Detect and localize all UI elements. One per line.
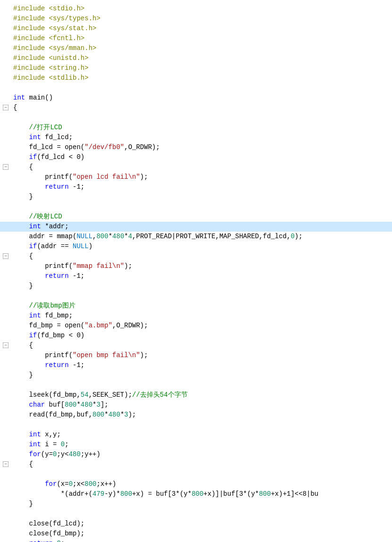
code-line: close(fd_bmp);: [0, 529, 392, 539]
token-plain: printf(: [45, 350, 73, 360]
token-plain: *(addr+(: [61, 489, 92, 499]
code-line: #include <sys/types.h>: [0, 14, 392, 24]
fold-icon[interactable]: −: [3, 253, 8, 259]
token-num: 480: [81, 400, 92, 410]
token-plain: ,: [92, 232, 96, 242]
code-line: −{: [0, 103, 392, 113]
token-plain: }: [29, 499, 33, 509]
token-kw: char: [29, 400, 45, 410]
code-line: if(fd_bmp < 0): [0, 331, 392, 341]
token-plain: -y)*: [104, 489, 120, 499]
token-plain: (x=: [57, 479, 68, 489]
token-macro: NULL: [76, 232, 92, 242]
token-plain: ;: [61, 539, 65, 542]
indent: [13, 321, 29, 331]
token-num: 800: [96, 232, 108, 242]
indent: [13, 172, 45, 182]
code-line: int x,y;: [0, 430, 392, 440]
code-line: lseek(fd_bmp,54,SEEK_SET);//去掉头54个字节: [0, 390, 392, 400]
code-line: int i = 0;: [0, 440, 392, 450]
token-num: 480: [69, 450, 81, 459]
fold-icon[interactable]: −: [3, 164, 8, 170]
code-line: − {: [0, 251, 392, 261]
token-kw: int: [29, 430, 41, 440]
token-plain: +x) = buf[3*(y*: [132, 489, 192, 499]
empty-line: [0, 380, 392, 390]
token-num: 3: [124, 410, 128, 420]
empty-line: [0, 113, 392, 123]
fold-icon[interactable]: −: [3, 342, 8, 348]
code-line: read(fd_bmp,buf,800*480*3);: [0, 410, 392, 420]
token-kw: int: [29, 440, 41, 450]
token-pp: #include <sys/mman.h>: [13, 43, 96, 53]
code-line: int fd_bmp;: [0, 311, 392, 321]
code-line: }: [0, 281, 392, 291]
code-line: }: [0, 499, 392, 509]
indent: [13, 331, 29, 341]
code-line: if(addr == NULL): [0, 242, 392, 251]
token-str: "open lcd fail\n": [73, 172, 140, 182]
token-plain: main(): [25, 93, 53, 103]
code-line: char buf[800*480*3];: [0, 400, 392, 410]
token-pp: #include <sys/types.h>: [13, 14, 100, 24]
token-pp: #include <stdio.h>: [13, 4, 84, 14]
token-num: 480: [108, 410, 120, 420]
code-editor: #include <stdio.h>#include <sys/types.h>…: [0, 0, 392, 542]
code-line: fd_lcd = open("/dev/fb0",O_RDWR);: [0, 142, 392, 152]
token-pp: #include <sys/stat.h>: [13, 24, 96, 33]
token-kw: int: [29, 133, 41, 142]
token-plain: ,SEEK_SET);: [89, 390, 132, 400]
code-line: printf("mmap fail\n");: [0, 261, 392, 271]
token-plain: {: [29, 162, 33, 172]
token-plain: *: [104, 410, 108, 420]
token-plain: ): [89, 242, 92, 251]
code-line: printf("open bmp fail\n");: [0, 350, 392, 360]
token-kw: int: [29, 311, 41, 321]
token-plain: +x)]|buf[3*(y*: [203, 489, 259, 499]
token-plain: (fd_lcd < 0): [37, 152, 84, 162]
token-plain: );: [128, 410, 136, 420]
indent: [13, 222, 29, 232]
empty-line: [0, 202, 392, 212]
indent: [13, 410, 29, 420]
fold-icon[interactable]: −: [3, 461, 8, 467]
token-str: "/dev/fb0": [84, 142, 124, 152]
indent: [13, 450, 29, 459]
token-plain: buf[: [45, 400, 65, 410]
indent: [13, 489, 61, 499]
indent: [13, 341, 29, 350]
code-line: //映射LCD: [0, 212, 392, 222]
token-plain: -1;: [69, 360, 85, 370]
indent: [13, 440, 29, 450]
indent: [13, 251, 29, 261]
token-plain: ,O_RDWR);: [124, 142, 160, 152]
token-num: 3: [96, 400, 100, 410]
indent: [13, 242, 29, 251]
token-plain: (addr ==: [37, 242, 73, 251]
token-plain: );: [140, 172, 148, 182]
token-num: 800: [120, 489, 132, 499]
code-line: }: [0, 192, 392, 202]
indent: [13, 162, 29, 172]
indent: [13, 301, 29, 311]
indent: [13, 192, 29, 202]
token-num: 480: [112, 232, 124, 242]
token-num: 479: [92, 489, 104, 499]
code-line: return -1;: [0, 360, 392, 370]
token-plain: fd_bmp = open(: [29, 321, 85, 331]
token-kw: return: [29, 539, 53, 542]
indent: [13, 499, 29, 509]
indent: [13, 142, 29, 152]
code-line: int main(): [0, 93, 392, 103]
token-num: 800: [259, 489, 271, 499]
token-num: 0: [53, 450, 57, 459]
token-plain: *: [108, 232, 112, 242]
token-plain: ;: [65, 440, 68, 450]
token-kw: for: [29, 450, 41, 459]
code-line: *(addr+(479-y)*800+x) = buf[3*(y*800+x)]…: [0, 489, 392, 499]
token-plain: fd_lcd = open(: [29, 142, 85, 152]
indent: [13, 539, 29, 542]
token-macro: NULL: [73, 242, 89, 251]
fold-icon[interactable]: −: [3, 105, 8, 110]
indent: [13, 350, 45, 360]
